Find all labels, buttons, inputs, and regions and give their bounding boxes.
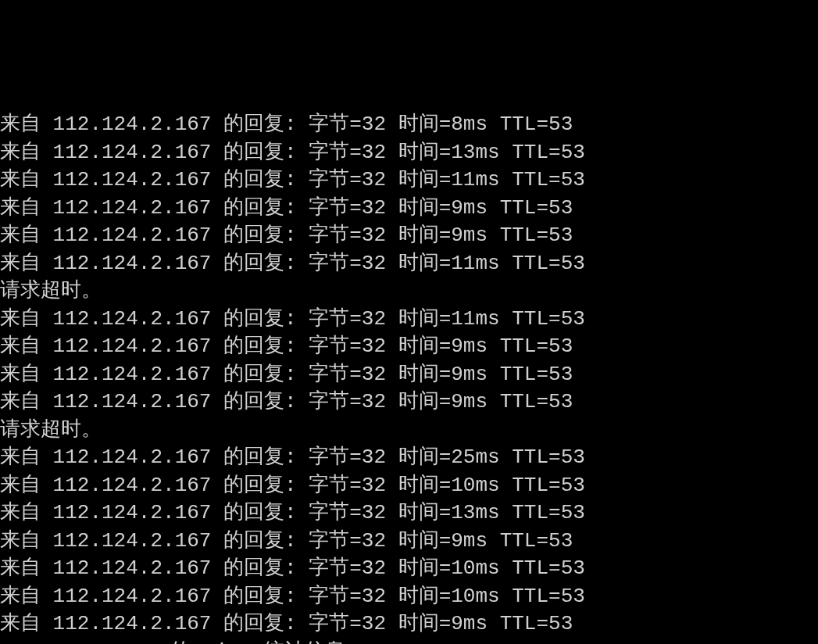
ping-reply-line: 来自 112.124.2.167 的回复: 字节=32 时间=10ms TTL=… [0, 583, 818, 611]
ping-reply-line: 来自 112.124.2.167 的回复: 字节=32 时间=10ms TTL=… [0, 472, 818, 500]
ping-timeout-line: 请求超时。 [0, 417, 818, 445]
ping-reply-line: 来自 112.124.2.167 的回复: 字节=32 时间=9ms TTL=5… [0, 388, 818, 417]
ping-reply-line: 来自 112.124.2.167 的回复: 字节=32 时间=9ms TTL=5… [0, 361, 818, 389]
ping-reply-line: 来自 112.124.2.167 的回复: 字节=32 时间=25ms TTL=… [0, 444, 818, 472]
ping-timeout-line: 请求超时。 [0, 277, 818, 306]
ping-stats-header: 112.124.2.167 的 Ping 统计信息: [0, 639, 818, 645]
ping-reply-line: 来自 112.124.2.167 的回复: 字节=32 时间=8ms TTL=5… [0, 111, 818, 139]
ping-reply-line: 来自 112.124.2.167 的回复: 字节=32 时间=9ms TTL=5… [0, 222, 818, 250]
ping-reply-line: 来自 112.124.2.167 的回复: 字节=32 时间=9ms TTL=5… [0, 333, 818, 361]
ping-reply-line: 来自 112.124.2.167 的回复: 字节=32 时间=11ms TTL=… [0, 306, 818, 334]
ping-reply-line: 来自 112.124.2.167 的回复: 字节=32 时间=11ms TTL=… [0, 250, 818, 278]
ping-reply-line: 来自 112.124.2.167 的回复: 字节=32 时间=9ms TTL=5… [0, 195, 818, 223]
ping-reply-line: 来自 112.124.2.167 的回复: 字节=32 时间=13ms TTL=… [0, 499, 818, 528]
ping-reply-line: 来自 112.124.2.167 的回复: 字节=32 时间=10ms TTL=… [0, 555, 818, 583]
ping-reply-line: 来自 112.124.2.167 的回复: 字节=32 时间=11ms TTL=… [0, 166, 818, 195]
ping-reply-line: 来自 112.124.2.167 的回复: 字节=32 时间=9ms TTL=5… [0, 528, 818, 556]
terminal-output: 来自 112.124.2.167 的回复: 字节=32 时间=8ms TTL=5… [0, 111, 818, 644]
ping-reply-line: 来自 112.124.2.167 的回复: 字节=32 时间=9ms TTL=5… [0, 610, 818, 639]
ping-reply-line: 来自 112.124.2.167 的回复: 字节=32 时间=13ms TTL=… [0, 139, 818, 167]
